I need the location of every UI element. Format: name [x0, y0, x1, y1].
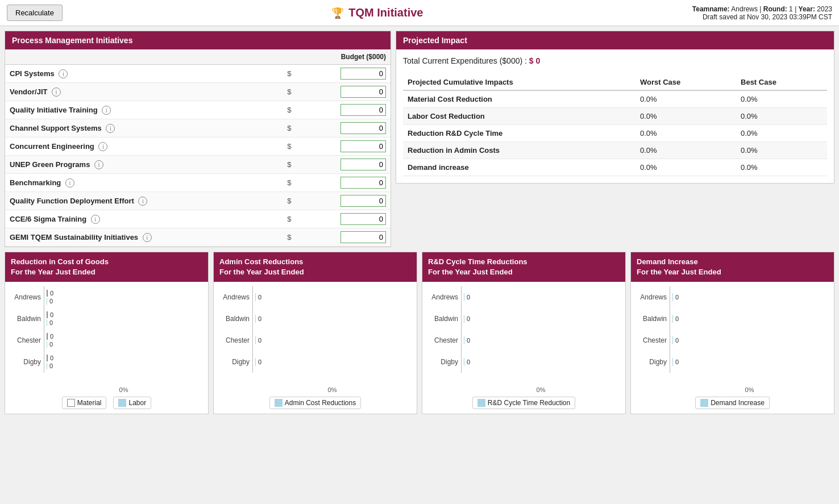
demand-x-label: 0% — [636, 386, 829, 393]
legend-admin-box — [275, 399, 283, 407]
single-bar — [464, 358, 464, 366]
initiative-input-cell — [293, 174, 391, 192]
cost-reduction-title-2: For the Year Just Ended — [11, 268, 95, 276]
admin-cost-header: Admin Cost Reductions For the Year Just … — [214, 252, 417, 282]
initiative-label: Channel Support Systems i — [5, 119, 275, 138]
single-bar — [672, 315, 673, 323]
material-value: 0 — [50, 311, 53, 318]
bar-wrapper-labor: 0 — [47, 341, 203, 348]
initiative-input[interactable] — [340, 177, 386, 189]
initiative-input[interactable] — [340, 231, 386, 243]
bar-row: Chester 0 0 — [44, 330, 203, 351]
single-bar-area: 0 — [670, 308, 679, 330]
demand-header: Demand Increase For the Year Just Ended — [631, 252, 834, 282]
single-bar-area: 0 — [252, 286, 261, 308]
bar-wrapper-labor: 0 — [47, 319, 203, 326]
bar-label: Digby — [218, 358, 250, 366]
legend-labor-box — [118, 399, 126, 407]
material-value: 0 — [50, 355, 53, 361]
single-bar-area: 0 — [252, 308, 261, 330]
info-icon[interactable]: i — [98, 142, 107, 151]
bar-area: 0 0 — [44, 351, 203, 373]
bar-area: 0 0 — [44, 308, 203, 330]
bar-row: Baldwin 0 — [461, 308, 621, 330]
info-icon[interactable]: i — [65, 178, 74, 188]
teamname-label: Teamname: — [692, 5, 730, 13]
labor-bar — [47, 363, 47, 369]
bar-row: Andrews 0 — [670, 286, 829, 308]
initiative-input[interactable] — [340, 86, 386, 98]
bar-area: 0 0 — [44, 330, 203, 351]
recalculate-button[interactable]: Recalculate — [7, 5, 63, 21]
demand-body: Andrews 0 Baldwin 0 Chester 0 Digby — [631, 282, 834, 414]
demand-title-2: For the Year Just Ended — [637, 268, 721, 276]
admin-legend: Admin Cost Reductions — [218, 397, 412, 409]
single-bar-area: 0 — [461, 351, 470, 373]
initiative-input[interactable] — [340, 68, 386, 80]
bar-label: Andrews — [427, 293, 458, 301]
initiative-input[interactable] — [340, 195, 386, 207]
material-bar — [47, 355, 48, 361]
initiative-input[interactable] — [340, 122, 386, 134]
impact-row: Reduction in Admin Costs 0.0% 0.0% — [403, 142, 827, 159]
labor-value: 0 — [49, 363, 53, 369]
info-icon[interactable]: i — [52, 88, 61, 97]
impact-worst: 0.0% — [636, 142, 736, 159]
bar-row: Andrews 0 — [461, 286, 621, 308]
material-bar — [47, 290, 48, 297]
single-bar — [255, 315, 256, 323]
initiative-input[interactable] — [340, 140, 386, 152]
bar-row: Digby 0 — [670, 351, 829, 373]
bar-value: 0 — [467, 294, 470, 301]
bar-row: Digby 0 — [252, 351, 412, 373]
impact-row: Reduction R&D Cycle Time 0.0% 0.0% — [403, 125, 827, 142]
info-icon[interactable]: i — [102, 106, 111, 115]
bar-row: Andrews 0 0 — [44, 286, 203, 308]
budget-col-header: Budget ($000) — [275, 49, 391, 65]
info-icon[interactable]: i — [59, 69, 68, 78]
initiative-label: Benchmarking i — [5, 174, 275, 192]
bar-value: 0 — [258, 359, 261, 365]
rd-cycle-body: Andrews 0 Baldwin 0 Chester 0 Digby — [422, 282, 625, 414]
single-bar — [672, 358, 673, 366]
bar-value: 0 — [467, 337, 470, 344]
initiative-row: GEMI TQEM Sustainability Initiatives i $ — [5, 228, 391, 247]
initiative-input[interactable] — [340, 104, 386, 116]
year-value: 2023 — [817, 5, 832, 13]
bar-value: 0 — [258, 294, 261, 301]
bar-row: Baldwin 0 — [670, 308, 829, 330]
single-bar-area: 0 — [670, 330, 679, 351]
initiative-label: Concurrent Engineering i — [5, 138, 275, 156]
labor-value: 0 — [49, 319, 53, 326]
bar-row: Chester 0 — [252, 330, 412, 351]
initiative-input[interactable] — [340, 159, 386, 170]
info-icon[interactable]: i — [138, 197, 147, 206]
impact-row-label: Reduction R&D Cycle Time — [403, 125, 636, 142]
impact-col-3: Best Case — [736, 74, 827, 90]
initiative-dollar: $ — [275, 210, 293, 228]
material-bar — [47, 311, 48, 318]
bar-label: Chester — [636, 336, 667, 344]
initiative-label: CPI Systems i — [5, 65, 275, 83]
info-icon[interactable]: i — [94, 160, 103, 169]
info-icon[interactable]: i — [106, 124, 115, 133]
admin-cost-body: Andrews 0 Baldwin 0 Chester 0 Digby — [214, 282, 417, 414]
initiative-input-cell — [293, 65, 391, 83]
bar-label: Digby — [427, 358, 458, 366]
legend-demand: Demand Increase — [695, 397, 770, 409]
initiative-dollar: $ — [275, 228, 293, 247]
bar-wrapper-labor: 0 — [47, 363, 203, 369]
bar-wrapper-material: 0 — [47, 311, 203, 318]
info-icon[interactable]: i — [91, 215, 100, 224]
impact-table: Projected Cumulative Impacts Worst Case … — [403, 74, 827, 176]
initiative-dollar: $ — [275, 138, 293, 156]
single-bar-area: 0 — [670, 286, 679, 308]
rd-cycle-title-2: For the Year Just Ended — [428, 268, 513, 276]
round-label: Round: — [763, 5, 787, 13]
cost-reduction-body: Andrews 0 0 Baldwin 0 — [5, 282, 208, 414]
info-icon[interactable]: i — [143, 233, 152, 242]
initiative-label: Quality Function Deployment Effort i — [5, 192, 275, 210]
admin-bar-chart: Andrews 0 Baldwin 0 Chester 0 Digby — [218, 286, 412, 384]
initiative-input[interactable] — [340, 213, 386, 225]
initiative-input-cell — [293, 228, 391, 247]
